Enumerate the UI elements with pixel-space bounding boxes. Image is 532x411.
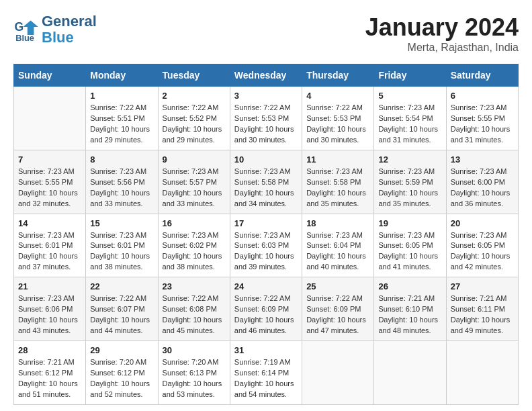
calendar-table: SundayMondayTuesdayWednesdayThursdayFrid… xyxy=(13,64,519,405)
calendar-cell xyxy=(446,341,518,405)
day-info: Sunrise: 7:21 AM Sunset: 6:10 PM Dayligh… xyxy=(378,293,441,336)
weekday-header-sunday: Sunday xyxy=(14,64,86,87)
day-number: 3 xyxy=(234,91,298,101)
week-row-4: 21Sunrise: 7:23 AM Sunset: 6:06 PM Dayli… xyxy=(14,277,519,341)
calendar-cell: 10Sunrise: 7:23 AM Sunset: 5:58 PM Dayli… xyxy=(230,150,302,214)
weekday-header-tuesday: Tuesday xyxy=(158,64,230,87)
location: Merta, Rajasthan, India xyxy=(365,42,519,54)
day-info: Sunrise: 7:20 AM Sunset: 6:13 PM Dayligh… xyxy=(163,357,226,400)
day-info: Sunrise: 7:23 AM Sunset: 5:59 PM Dayligh… xyxy=(378,167,441,210)
calendar-cell: 18Sunrise: 7:23 AM Sunset: 6:04 PM Dayli… xyxy=(302,214,374,277)
day-info: Sunrise: 7:23 AM Sunset: 6:04 PM Dayligh… xyxy=(306,230,369,273)
week-row-2: 7Sunrise: 7:23 AM Sunset: 5:55 PM Daylig… xyxy=(14,150,519,214)
day-info: Sunrise: 7:23 AM Sunset: 6:03 PM Dayligh… xyxy=(234,230,298,273)
calendar-cell: 20Sunrise: 7:23 AM Sunset: 6:05 PM Dayli… xyxy=(446,214,518,277)
day-number: 14 xyxy=(18,218,81,228)
day-info: Sunrise: 7:23 AM Sunset: 6:01 PM Dayligh… xyxy=(90,230,153,273)
month-year: January 2024 xyxy=(365,13,519,42)
day-number: 17 xyxy=(234,218,298,228)
calendar-cell: 17Sunrise: 7:23 AM Sunset: 6:03 PM Dayli… xyxy=(230,214,302,277)
calendar-cell: 23Sunrise: 7:22 AM Sunset: 6:08 PM Dayli… xyxy=(158,277,230,341)
day-info: Sunrise: 7:23 AM Sunset: 5:58 PM Dayligh… xyxy=(306,167,369,210)
weekday-header-wednesday: Wednesday xyxy=(230,64,302,87)
day-number: 9 xyxy=(163,154,226,165)
day-number: 27 xyxy=(451,281,514,291)
day-number: 1 xyxy=(90,91,153,101)
calendar-cell: 4Sunrise: 7:22 AM Sunset: 5:53 PM Daylig… xyxy=(302,87,374,150)
day-number: 21 xyxy=(18,281,81,291)
calendar-cell: 15Sunrise: 7:23 AM Sunset: 6:01 PM Dayli… xyxy=(86,214,158,277)
logo: G Blue General Blue xyxy=(13,13,97,46)
day-number: 20 xyxy=(451,218,514,228)
calendar-body: 1Sunrise: 7:22 AM Sunset: 5:51 PM Daylig… xyxy=(14,87,519,405)
day-info: Sunrise: 7:23 AM Sunset: 5:55 PM Dayligh… xyxy=(18,167,81,210)
day-info: Sunrise: 7:23 AM Sunset: 6:05 PM Dayligh… xyxy=(378,230,441,273)
day-number: 29 xyxy=(90,345,153,355)
weekday-row: SundayMondayTuesdayWednesdayThursdayFrid… xyxy=(14,64,519,87)
day-number: 22 xyxy=(90,281,153,291)
calendar-cell xyxy=(14,87,86,150)
calendar-cell: 31Sunrise: 7:19 AM Sunset: 6:14 PM Dayli… xyxy=(230,341,302,405)
calendar-cell: 26Sunrise: 7:21 AM Sunset: 6:10 PM Dayli… xyxy=(374,277,446,341)
day-info: Sunrise: 7:22 AM Sunset: 5:51 PM Dayligh… xyxy=(90,103,153,146)
calendar-cell: 19Sunrise: 7:23 AM Sunset: 6:05 PM Dayli… xyxy=(374,214,446,277)
calendar-cell: 11Sunrise: 7:23 AM Sunset: 5:58 PM Dayli… xyxy=(302,150,374,214)
day-number: 12 xyxy=(378,154,441,165)
day-number: 18 xyxy=(306,218,369,228)
calendar-cell: 28Sunrise: 7:21 AM Sunset: 6:12 PM Dayli… xyxy=(14,341,86,405)
calendar-cell: 22Sunrise: 7:22 AM Sunset: 6:07 PM Dayli… xyxy=(86,277,158,341)
day-number: 30 xyxy=(163,345,226,355)
calendar-cell: 12Sunrise: 7:23 AM Sunset: 5:59 PM Dayli… xyxy=(374,150,446,214)
calendar-cell: 24Sunrise: 7:22 AM Sunset: 6:09 PM Dayli… xyxy=(230,277,302,341)
day-number: 6 xyxy=(451,91,514,101)
weekday-header-saturday: Saturday xyxy=(446,64,518,87)
day-number: 23 xyxy=(163,281,226,291)
day-info: Sunrise: 7:20 AM Sunset: 6:12 PM Dayligh… xyxy=(90,357,153,400)
calendar-cell: 29Sunrise: 7:20 AM Sunset: 6:12 PM Dayli… xyxy=(86,341,158,405)
day-number: 2 xyxy=(163,91,226,101)
day-number: 15 xyxy=(90,218,153,228)
day-number: 19 xyxy=(378,218,441,228)
day-number: 24 xyxy=(234,281,298,291)
calendar-cell: 25Sunrise: 7:22 AM Sunset: 6:09 PM Dayli… xyxy=(302,277,374,341)
day-number: 10 xyxy=(234,154,298,165)
calendar-cell: 14Sunrise: 7:23 AM Sunset: 6:01 PM Dayli… xyxy=(14,214,86,277)
calendar-cell: 1Sunrise: 7:22 AM Sunset: 5:51 PM Daylig… xyxy=(86,87,158,150)
weekday-header-thursday: Thursday xyxy=(302,64,374,87)
day-number: 16 xyxy=(163,218,226,228)
week-row-1: 1Sunrise: 7:22 AM Sunset: 5:51 PM Daylig… xyxy=(14,87,519,150)
day-info: Sunrise: 7:23 AM Sunset: 6:02 PM Dayligh… xyxy=(163,230,226,273)
calendar-cell: 7Sunrise: 7:23 AM Sunset: 5:55 PM Daylig… xyxy=(14,150,86,214)
day-number: 31 xyxy=(234,345,298,355)
day-info: Sunrise: 7:19 AM Sunset: 6:14 PM Dayligh… xyxy=(234,357,298,400)
day-number: 8 xyxy=(90,154,153,165)
calendar-cell: 21Sunrise: 7:23 AM Sunset: 6:06 PM Dayli… xyxy=(14,277,86,341)
day-number: 7 xyxy=(18,154,81,165)
day-info: Sunrise: 7:23 AM Sunset: 6:01 PM Dayligh… xyxy=(18,230,81,273)
day-info: Sunrise: 7:22 AM Sunset: 6:08 PM Dayligh… xyxy=(163,293,226,336)
week-row-3: 14Sunrise: 7:23 AM Sunset: 6:01 PM Dayli… xyxy=(14,214,519,277)
calendar-cell: 16Sunrise: 7:23 AM Sunset: 6:02 PM Dayli… xyxy=(158,214,230,277)
day-info: Sunrise: 7:21 AM Sunset: 6:11 PM Dayligh… xyxy=(451,293,514,336)
logo-icon: G Blue xyxy=(13,16,40,43)
day-info: Sunrise: 7:23 AM Sunset: 6:05 PM Dayligh… xyxy=(451,230,514,273)
day-info: Sunrise: 7:21 AM Sunset: 6:12 PM Dayligh… xyxy=(18,357,81,400)
svg-text:Blue: Blue xyxy=(15,33,34,43)
day-info: Sunrise: 7:23 AM Sunset: 6:00 PM Dayligh… xyxy=(451,167,514,210)
week-row-5: 28Sunrise: 7:21 AM Sunset: 6:12 PM Dayli… xyxy=(14,341,519,405)
page-header: G Blue General Blue January 2024 Merta, … xyxy=(13,13,519,54)
day-number: 4 xyxy=(306,91,369,101)
weekday-header-friday: Friday xyxy=(374,64,446,87)
logo-text-line1: General xyxy=(42,13,97,30)
calendar-cell xyxy=(374,341,446,405)
calendar-cell: 6Sunrise: 7:23 AM Sunset: 5:55 PM Daylig… xyxy=(446,87,518,150)
title-block: January 2024 Merta, Rajasthan, India xyxy=(365,13,519,54)
calendar-cell: 27Sunrise: 7:21 AM Sunset: 6:11 PM Dayli… xyxy=(446,277,518,341)
day-number: 5 xyxy=(378,91,441,101)
logo-text-line2: Blue xyxy=(42,30,97,46)
day-info: Sunrise: 7:23 AM Sunset: 5:54 PM Dayligh… xyxy=(378,103,441,146)
weekday-header-monday: Monday xyxy=(86,64,158,87)
svg-text:G: G xyxy=(15,21,24,34)
day-number: 26 xyxy=(378,281,441,291)
calendar-cell: 30Sunrise: 7:20 AM Sunset: 6:13 PM Dayli… xyxy=(158,341,230,405)
